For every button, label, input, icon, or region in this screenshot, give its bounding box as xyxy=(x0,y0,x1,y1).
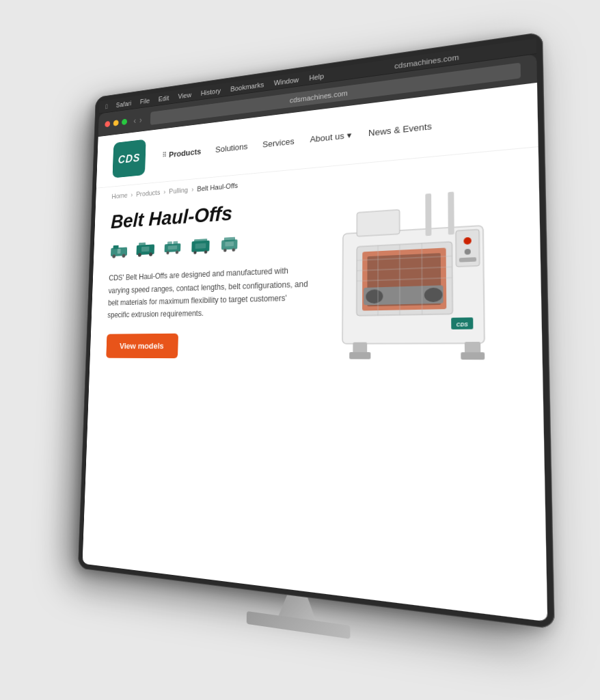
breadcrumb-sep1: › xyxy=(131,191,133,198)
description-text: CDS' Belt Haul-Offs are designed and man… xyxy=(107,263,309,321)
svg-rect-4 xyxy=(118,249,121,254)
machine-svg: CDS xyxy=(321,180,517,381)
svg-rect-42 xyxy=(349,352,370,359)
view-models-button[interactable]: View models xyxy=(106,334,178,358)
breadcrumb-sep2: › xyxy=(163,188,165,196)
svg-rect-18 xyxy=(195,243,206,249)
product-icon-2[interactable] xyxy=(135,241,155,260)
site-main: Belt Haul-Offs xyxy=(89,170,543,405)
apple-menu[interactable]:  xyxy=(105,103,107,110)
nav-controls: ‹ › xyxy=(133,115,142,125)
nav-services[interactable]: Services xyxy=(262,136,295,149)
close-button[interactable] xyxy=(105,121,110,127)
monitor-container:  Safari File Edit View History Bookmark… xyxy=(76,28,583,700)
site-logo[interactable]: CDS xyxy=(112,139,146,178)
menu-bookmarks[interactable]: Bookmarks xyxy=(230,81,264,93)
svg-rect-27 xyxy=(357,210,400,237)
menu-file[interactable]: File xyxy=(140,96,150,105)
monitor-body:  Safari File Edit View History Bookmark… xyxy=(78,31,555,629)
menu-edit[interactable]: Edit xyxy=(159,94,169,103)
menu-window[interactable]: Window xyxy=(274,75,299,86)
forward-button[interactable]: › xyxy=(139,115,142,124)
breadcrumb-home[interactable]: Home xyxy=(111,191,127,200)
svg-rect-28 xyxy=(425,193,431,236)
svg-text:CDS: CDS xyxy=(456,322,469,327)
menu-history[interactable]: History xyxy=(201,87,221,97)
svg-rect-11 xyxy=(167,241,172,245)
svg-rect-23 xyxy=(225,241,234,246)
nav-news[interactable]: News & Events xyxy=(368,121,432,138)
menu-safari[interactable]: Safari xyxy=(116,99,132,108)
breadcrumb-products[interactable]: Products xyxy=(136,189,161,198)
svg-rect-33 xyxy=(459,257,476,262)
traffic-lights xyxy=(105,119,127,128)
maximize-button[interactable] xyxy=(122,119,127,126)
svg-rect-43 xyxy=(461,352,485,360)
product-icon-4[interactable] xyxy=(190,237,210,257)
svg-rect-22 xyxy=(224,237,235,242)
product-icon-1[interactable] xyxy=(109,243,128,262)
svg-rect-1 xyxy=(113,245,119,250)
product-icon-3[interactable] xyxy=(163,239,182,259)
product-icon-5[interactable] xyxy=(219,236,240,256)
svg-rect-13 xyxy=(168,245,178,250)
scene:  Safari File Edit View History Bookmark… xyxy=(0,0,600,700)
content-left: Belt Haul-Offs xyxy=(106,196,310,359)
back-button[interactable]: ‹ xyxy=(133,116,136,125)
monitor-wrapper:  Safari File Edit View History Bookmark… xyxy=(54,56,546,644)
nav-about[interactable]: About us ▾ xyxy=(310,130,351,144)
svg-rect-29 xyxy=(448,191,454,234)
nav-solutions[interactable]: Solutions xyxy=(215,141,248,154)
svg-rect-12 xyxy=(173,241,178,245)
menu-view[interactable]: View xyxy=(178,91,191,100)
dropdown-arrow-icon: ▾ xyxy=(347,130,352,140)
menu-help[interactable]: Help xyxy=(309,72,324,81)
breadcrumb-pulling[interactable]: Pulling xyxy=(169,186,188,195)
svg-rect-7 xyxy=(141,247,150,252)
breadcrumb-sep3: › xyxy=(191,185,193,193)
website-content: CDS ⠿ Products Solutions Services xyxy=(83,83,548,622)
svg-rect-6 xyxy=(139,243,146,247)
content-right: CDS xyxy=(321,180,517,389)
breadcrumb-current: Belt Haul-Offs xyxy=(197,181,238,192)
logo-text: CDS xyxy=(118,151,140,166)
url-text: cdsmachines.com xyxy=(290,89,348,104)
product-icons-row xyxy=(109,231,309,261)
products-icon: ⠿ xyxy=(162,151,167,159)
minimize-button[interactable] xyxy=(113,120,119,126)
nav-products[interactable]: ⠿ Products xyxy=(162,146,202,160)
machine-image: CDS xyxy=(321,180,517,381)
